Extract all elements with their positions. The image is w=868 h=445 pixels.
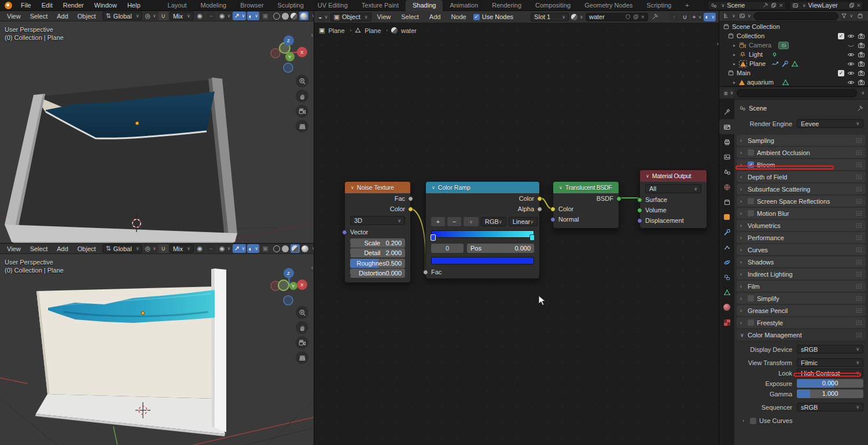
- tab-physics[interactable]: [719, 255, 734, 270]
- node-canvas[interactable]: ▣ Plane › Plane › water ‹ ∨ Noise: [314, 23, 719, 445]
- outliner-row-camera[interactable]: ▸ Camera: [719, 41, 868, 50]
- drag-handle-icon[interactable]: [856, 332, 862, 337]
- panel-performance[interactable]: ›Performance: [737, 232, 866, 243]
- shader-menu-node[interactable]: Node: [446, 12, 470, 23]
- shading-solid-button[interactable]: [282, 245, 289, 252]
- socket-volume[interactable]: [637, 208, 642, 213]
- collapse-icon[interactable]: ∨: [432, 185, 435, 190]
- node-header[interactable]: ∨ Translucent BSDF: [553, 182, 619, 193]
- interpolation-dropdown[interactable]: Linear∨: [509, 217, 538, 226]
- motion-blur-checkbox[interactable]: [748, 210, 754, 216]
- collapse-icon[interactable]: ∨: [351, 185, 354, 190]
- tab-uv-editing[interactable]: UV Editing: [311, 0, 355, 11]
- camera-visibility-icon[interactable]: [858, 42, 865, 49]
- socket-displacement[interactable]: [637, 218, 642, 223]
- magnet-toggle[interactable]: ∪: [159, 244, 168, 253]
- eye-icon[interactable]: [847, 60, 855, 68]
- blender-logo-icon[interactable]: [5, 2, 12, 9]
- panel-film[interactable]: ›Film: [737, 281, 866, 292]
- drag-handle-icon[interactable]: [856, 150, 862, 155]
- node-noise-texture[interactable]: ∨ Noise Texture Fac Color 3D∨ Vector Sca…: [344, 181, 411, 283]
- tab-collection[interactable]: [719, 194, 734, 209]
- gamma-slider[interactable]: 1.000: [797, 389, 863, 398]
- collapse-icon[interactable]: ∨: [559, 185, 562, 190]
- viewlayer-selector[interactable]: ∨ ViewLayer ×: [789, 1, 863, 10]
- node-material-output[interactable]: ∨ Material Output All∨ Surface Volume Di…: [639, 170, 707, 229]
- add-stop-button[interactable]: +: [431, 217, 445, 226]
- outliner-row-light[interactable]: ▸ Light: [719, 50, 868, 59]
- menu-file[interactable]: File: [16, 0, 36, 11]
- breadcrumb-object[interactable]: Plane: [328, 27, 344, 34]
- gradient-bar[interactable]: [431, 230, 534, 238]
- panel-shadows[interactable]: ›Shadows: [737, 256, 866, 267]
- tab-scripting[interactable]: Scripting: [639, 0, 678, 11]
- material-name-field[interactable]: water ×: [586, 13, 648, 21]
- expand-icon[interactable]: ▸: [732, 61, 737, 67]
- tab-sculpting[interactable]: Sculpting: [271, 0, 311, 11]
- proportional-edit-button[interactable]: ◉: [195, 12, 205, 20]
- socket-color[interactable]: [537, 196, 542, 201]
- close-icon[interactable]: ×: [857, 2, 860, 9]
- overlays-toggle[interactable]: ◐∨: [704, 13, 716, 21]
- ortho-grid-button[interactable]: [296, 120, 308, 133]
- freestyle-checkbox[interactable]: [748, 319, 754, 326]
- ramp-options-dropdown[interactable]: ∨: [464, 217, 479, 226]
- vp-menu-object[interactable]: Object: [73, 243, 100, 254]
- menu-render[interactable]: Render: [58, 0, 89, 11]
- shader-menu-add[interactable]: Add: [425, 12, 446, 23]
- xray-toggle[interactable]: ▣: [260, 244, 270, 253]
- exposure-slider[interactable]: 0.000: [797, 379, 863, 388]
- display-mode-dropdown[interactable]: ∨: [738, 12, 752, 20]
- snapping-button[interactable]: ∪: [680, 13, 690, 21]
- vp-menu-add[interactable]: Add: [53, 11, 72, 21]
- panel-freestyle[interactable]: ›Freestyle: [737, 317, 866, 328]
- remove-stop-button[interactable]: −: [447, 217, 461, 226]
- drag-handle-icon[interactable]: [856, 162, 862, 167]
- tab-texture-paint[interactable]: Texture Paint: [355, 0, 406, 11]
- chevron-down-icon[interactable]: ∨: [861, 90, 865, 95]
- panel-depth-of-field[interactable]: ›Depth of Field: [737, 171, 866, 182]
- collapse-icon[interactable]: ∨: [646, 174, 649, 179]
- socket-distortion[interactable]: [350, 273, 351, 278]
- panel-volumetrics[interactable]: ›Volumetrics: [737, 220, 866, 231]
- proportional-edit-button[interactable]: ◉: [195, 244, 205, 253]
- camera-visibility-icon[interactable]: [858, 69, 865, 77]
- magnet-toggle[interactable]: ∪: [159, 12, 168, 20]
- simplify-checkbox[interactable]: [748, 295, 754, 301]
- sidebar-toggle-icon[interactable]: ‹: [311, 264, 313, 271]
- outliner-row-main[interactable]: Main ✓: [719, 68, 868, 78]
- breadcrumb-scene[interactable]: Scene: [749, 105, 767, 112]
- socket-surface[interactable]: [637, 197, 642, 203]
- vp-menu-select[interactable]: Select: [26, 243, 52, 254]
- panel-simplify[interactable]: ›Simplify: [737, 293, 866, 304]
- menu-window[interactable]: Window: [89, 0, 122, 11]
- gizmo-toggle[interactable]: ↗∨: [233, 244, 246, 253]
- snap-mode-dropdown[interactable]: +∨: [691, 13, 703, 21]
- tab-animation[interactable]: Animation: [443, 0, 485, 11]
- panel-sampling[interactable]: ›Sampling: [737, 135, 866, 146]
- falloff-button[interactable]: ~: [206, 12, 216, 20]
- ramp-stop-left[interactable]: [431, 234, 436, 241]
- shader-menu-select[interactable]: Select: [396, 12, 424, 23]
- drag-handle-icon[interactable]: [856, 271, 862, 277]
- collection-checkbox[interactable]: ✓: [838, 70, 844, 76]
- snap-target-button[interactable]: ◎∨: [144, 12, 157, 20]
- overlays-toggle[interactable]: ◐∨: [247, 244, 259, 253]
- drag-handle-icon[interactable]: [856, 247, 862, 252]
- socket-alpha[interactable]: [537, 207, 542, 212]
- pin-icon[interactable]: [763, 2, 768, 8]
- pan-hand-button[interactable]: [296, 321, 308, 334]
- overlays-toggle[interactable]: ◐∨: [247, 12, 259, 20]
- tab-rendering[interactable]: Rendering: [485, 0, 528, 11]
- camera-visibility-icon[interactable]: [858, 32, 865, 40]
- new-collection-button[interactable]: [855, 12, 865, 20]
- transform-orientation-dropdown[interactable]: ⇅ Global ∨: [102, 12, 143, 20]
- camera-view-button[interactable]: [296, 336, 308, 349]
- camera-data-badge[interactable]: [778, 42, 789, 49]
- node-translucent-bsdf[interactable]: ∨ Translucent BSDF BSDF Color Normal: [553, 181, 619, 229]
- ortho-grid-button[interactable]: [296, 351, 308, 364]
- node-header[interactable]: ∨ Color Ramp: [426, 182, 539, 193]
- eye-closed-icon[interactable]: [847, 42, 855, 49]
- modifier-wrench-icon[interactable]: [781, 60, 789, 68]
- panel-indirect-lighting[interactable]: ›Indirect Lighting: [737, 269, 866, 279]
